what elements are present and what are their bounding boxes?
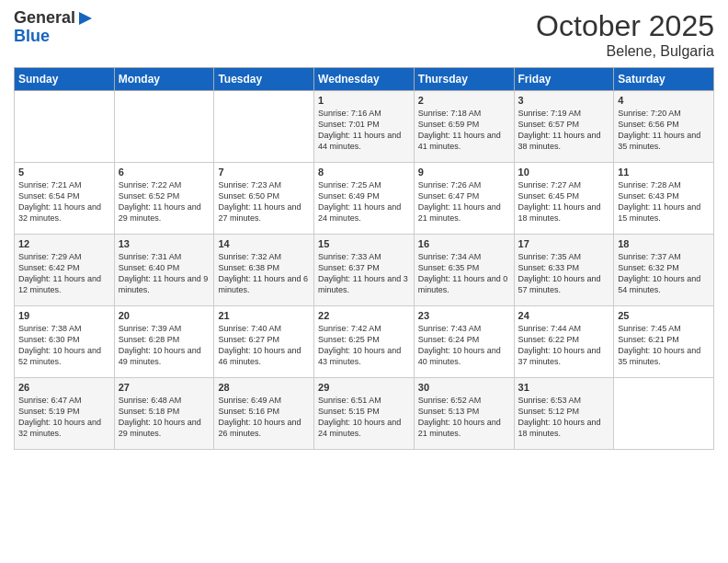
day-number: 27 <box>119 382 210 393</box>
week-row-2: 12Sunrise: 7:29 AMSunset: 6:42 PMDayligh… <box>15 235 714 306</box>
day-cell: 6Sunrise: 7:22 AMSunset: 6:52 PMDaylight… <box>114 163 214 235</box>
day-content: Sunrise: 7:18 AMSunset: 6:59 PMDaylight:… <box>418 108 510 153</box>
header-cell-sunday: Sunday <box>15 68 115 91</box>
header: General Blue October 2025 Belene, Bulgar… <box>14 9 714 60</box>
day-cell: 28Sunrise: 6:49 AMSunset: 5:16 PMDayligh… <box>214 378 314 450</box>
day-content: Sunrise: 7:33 AMSunset: 6:37 PMDaylight:… <box>318 251 410 296</box>
day-cell: 21Sunrise: 7:40 AMSunset: 6:27 PMDayligh… <box>214 306 314 378</box>
day-content: Sunrise: 7:34 AMSunset: 6:35 PMDaylight:… <box>418 251 510 296</box>
day-cell: 31Sunrise: 6:53 AMSunset: 5:12 PMDayligh… <box>514 378 614 450</box>
logo-icon <box>77 10 94 27</box>
day-cell: 29Sunrise: 6:51 AMSunset: 5:15 PMDayligh… <box>314 378 415 450</box>
header-cell-thursday: Thursday <box>414 68 514 91</box>
day-content: Sunrise: 7:28 AMSunset: 6:43 PMDaylight:… <box>618 179 710 224</box>
day-content: Sunrise: 6:49 AMSunset: 5:16 PMDaylight:… <box>218 395 310 440</box>
day-cell: 26Sunrise: 6:47 AMSunset: 5:19 PMDayligh… <box>15 378 115 450</box>
day-number: 12 <box>18 238 110 249</box>
day-content: Sunrise: 6:51 AMSunset: 5:15 PMDaylight:… <box>318 395 410 440</box>
day-cell: 11Sunrise: 7:28 AMSunset: 6:43 PMDayligh… <box>614 163 714 235</box>
day-number: 7 <box>218 167 310 178</box>
day-content: Sunrise: 7:23 AMSunset: 6:50 PMDaylight:… <box>218 179 310 224</box>
day-number: 8 <box>318 167 410 178</box>
header-cell-tuesday: Tuesday <box>214 68 314 91</box>
day-number: 15 <box>318 238 410 249</box>
day-cell: 22Sunrise: 7:42 AMSunset: 6:25 PMDayligh… <box>314 306 415 378</box>
day-content: Sunrise: 7:29 AMSunset: 6:42 PMDaylight:… <box>18 251 110 296</box>
day-content: Sunrise: 7:22 AMSunset: 6:52 PMDaylight:… <box>119 179 210 224</box>
calendar-table: SundayMondayTuesdayWednesdayThursdayFrid… <box>14 67 714 450</box>
day-number: 17 <box>518 238 610 249</box>
day-number: 24 <box>518 310 610 321</box>
day-number: 21 <box>218 310 310 321</box>
day-cell <box>15 91 115 163</box>
day-content: Sunrise: 6:47 AMSunset: 5:19 PMDaylight:… <box>18 395 110 440</box>
week-row-4: 26Sunrise: 6:47 AMSunset: 5:19 PMDayligh… <box>15 378 714 450</box>
day-number: 25 <box>618 310 710 321</box>
day-content: Sunrise: 6:48 AMSunset: 5:18 PMDaylight:… <box>119 395 210 440</box>
day-cell: 7Sunrise: 7:23 AMSunset: 6:50 PMDaylight… <box>214 163 314 235</box>
day-cell: 3Sunrise: 7:19 AMSunset: 6:57 PMDaylight… <box>514 91 614 163</box>
day-number: 6 <box>119 167 210 178</box>
day-number: 30 <box>418 382 510 393</box>
header-cell-friday: Friday <box>514 68 614 91</box>
header-cell-wednesday: Wednesday <box>314 68 415 91</box>
day-cell <box>614 378 714 450</box>
day-number: 29 <box>318 382 410 393</box>
svg-marker-0 <box>79 12 92 25</box>
day-content: Sunrise: 7:19 AMSunset: 6:57 PMDaylight:… <box>518 108 610 153</box>
day-cell: 8Sunrise: 7:25 AMSunset: 6:49 PMDaylight… <box>314 163 415 235</box>
header-cell-saturday: Saturday <box>614 68 714 91</box>
logo: General Blue <box>14 9 94 46</box>
day-cell: 16Sunrise: 7:34 AMSunset: 6:35 PMDayligh… <box>414 235 514 306</box>
day-cell: 5Sunrise: 7:21 AMSunset: 6:54 PMDaylight… <box>15 163 115 235</box>
day-number: 23 <box>418 310 510 321</box>
week-row-3: 19Sunrise: 7:38 AMSunset: 6:30 PMDayligh… <box>15 306 714 378</box>
day-number: 16 <box>418 238 510 249</box>
day-content: Sunrise: 7:40 AMSunset: 6:27 PMDaylight:… <box>218 323 310 368</box>
day-cell: 10Sunrise: 7:27 AMSunset: 6:45 PMDayligh… <box>514 163 614 235</box>
day-cell: 1Sunrise: 7:16 AMSunset: 7:01 PMDaylight… <box>314 91 415 163</box>
day-cell: 18Sunrise: 7:37 AMSunset: 6:32 PMDayligh… <box>614 235 714 306</box>
day-cell: 24Sunrise: 7:44 AMSunset: 6:22 PMDayligh… <box>514 306 614 378</box>
day-number: 22 <box>318 310 410 321</box>
day-content: Sunrise: 7:32 AMSunset: 6:38 PMDaylight:… <box>218 251 310 296</box>
day-cell: 15Sunrise: 7:33 AMSunset: 6:37 PMDayligh… <box>314 235 415 306</box>
day-cell <box>214 91 314 163</box>
day-cell: 27Sunrise: 6:48 AMSunset: 5:18 PMDayligh… <box>114 378 214 450</box>
day-content: Sunrise: 7:44 AMSunset: 6:22 PMDaylight:… <box>518 323 610 368</box>
day-content: Sunrise: 6:52 AMSunset: 5:13 PMDaylight:… <box>418 395 510 440</box>
page: General Blue October 2025 Belene, Bulgar… <box>0 0 728 563</box>
day-cell: 19Sunrise: 7:38 AMSunset: 6:30 PMDayligh… <box>15 306 115 378</box>
day-cell: 17Sunrise: 7:35 AMSunset: 6:33 PMDayligh… <box>514 235 614 306</box>
day-cell <box>114 91 214 163</box>
day-cell: 23Sunrise: 7:43 AMSunset: 6:24 PMDayligh… <box>414 306 514 378</box>
day-cell: 4Sunrise: 7:20 AMSunset: 6:56 PMDaylight… <box>614 91 714 163</box>
day-number: 4 <box>618 95 710 106</box>
week-row-0: 1Sunrise: 7:16 AMSunset: 7:01 PMDaylight… <box>15 91 714 163</box>
logo-general: General <box>14 9 75 28</box>
day-number: 13 <box>119 238 210 249</box>
day-content: Sunrise: 7:45 AMSunset: 6:21 PMDaylight:… <box>618 323 710 368</box>
day-content: Sunrise: 7:37 AMSunset: 6:32 PMDaylight:… <box>618 251 710 296</box>
day-content: Sunrise: 7:42 AMSunset: 6:25 PMDaylight:… <box>318 323 410 368</box>
day-content: Sunrise: 7:26 AMSunset: 6:47 PMDaylight:… <box>418 179 510 224</box>
day-content: Sunrise: 7:20 AMSunset: 6:56 PMDaylight:… <box>618 108 710 153</box>
location: Belene, Bulgaria <box>536 43 714 60</box>
day-content: Sunrise: 7:25 AMSunset: 6:49 PMDaylight:… <box>318 179 410 224</box>
day-content: Sunrise: 7:31 AMSunset: 6:40 PMDaylight:… <box>119 251 210 296</box>
day-cell: 2Sunrise: 7:18 AMSunset: 6:59 PMDaylight… <box>414 91 514 163</box>
day-number: 14 <box>218 238 310 249</box>
day-number: 1 <box>318 95 410 106</box>
day-content: Sunrise: 7:21 AMSunset: 6:54 PMDaylight:… <box>18 179 110 224</box>
day-content: Sunrise: 7:39 AMSunset: 6:28 PMDaylight:… <box>119 323 210 368</box>
header-row: SundayMondayTuesdayWednesdayThursdayFrid… <box>15 68 714 91</box>
week-row-1: 5Sunrise: 7:21 AMSunset: 6:54 PMDaylight… <box>15 163 714 235</box>
day-content: Sunrise: 7:27 AMSunset: 6:45 PMDaylight:… <box>518 179 610 224</box>
day-number: 3 <box>518 95 610 106</box>
day-cell: 13Sunrise: 7:31 AMSunset: 6:40 PMDayligh… <box>114 235 214 306</box>
day-cell: 30Sunrise: 6:52 AMSunset: 5:13 PMDayligh… <box>414 378 514 450</box>
day-content: Sunrise: 7:35 AMSunset: 6:33 PMDaylight:… <box>518 251 610 296</box>
day-cell: 20Sunrise: 7:39 AMSunset: 6:28 PMDayligh… <box>114 306 214 378</box>
day-number: 26 <box>18 382 110 393</box>
day-number: 2 <box>418 95 510 106</box>
